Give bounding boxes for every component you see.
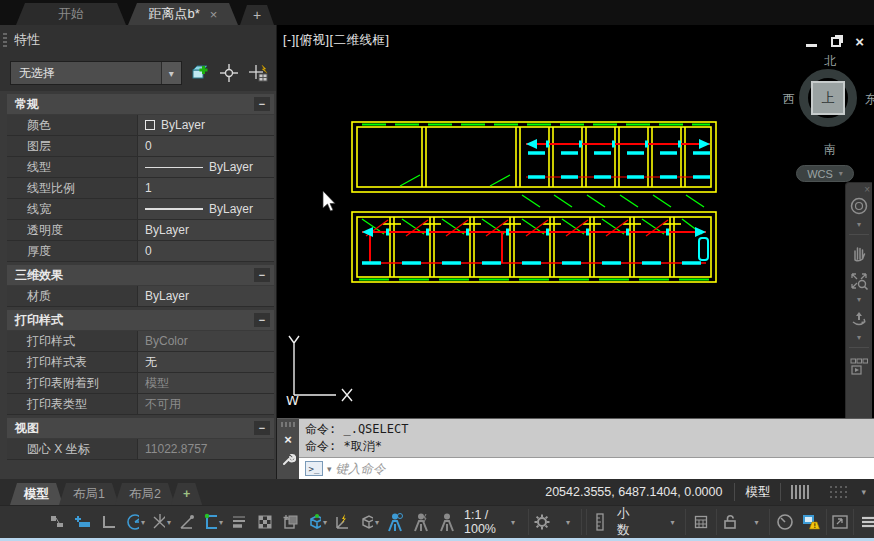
coordinates-display[interactable]: 20542.3555, 6487.1404, 0.0000 [533,485,734,499]
tab-model[interactable]: 模型 [10,483,63,505]
selection-dropdown[interactable]: 无选择 ▾ [10,61,182,85]
pick-point-icon[interactable] [219,62,240,84]
viewcube-west[interactable]: 西 [783,91,795,108]
viewcube-north[interactable]: 北 [824,53,836,70]
close-tab-icon[interactable]: × [210,7,218,22]
zoom-icon[interactable] [847,268,871,294]
isometric-drafting-icon[interactable]: ▾ [148,509,174,535]
palette-grip[interactable] [3,33,7,47]
transparency-icon[interactable] [252,509,278,535]
snap-grid-icon[interactable] [819,479,859,505]
object-snap-icon[interactable]: ▾ [200,509,226,535]
collapse-section-icon[interactable]: − [254,97,270,111]
collapse-section-icon[interactable]: − [254,268,270,282]
property-value[interactable]: 0 [138,241,274,261]
chevron-down-icon[interactable]: ▾ [743,509,769,535]
close-icon[interactable]: × [284,433,292,446]
new-tab-button[interactable]: + [240,5,274,25]
steering-wheel-icon[interactable] [847,193,871,219]
show-motion-icon[interactable] [847,353,871,379]
chevron-down-icon[interactable]: ▾ [327,464,332,474]
wrench-icon[interactable] [281,452,296,470]
minimize-icon[interactable] [806,44,817,47]
property-value[interactable]: 无 [138,352,274,372]
graphics-performance-icon[interactable] [772,509,798,535]
close-icon[interactable]: × [855,34,864,49]
viewcube-south[interactable]: 南 [824,141,836,158]
ui-lock-icon[interactable] [717,509,743,535]
hardware-acceleration-icon[interactable]: ! [798,509,824,535]
chevron-down-icon[interactable]: ▾ [500,509,526,535]
model-space-toggle[interactable]: 模型 [735,484,780,501]
annotation-visibility-icon[interactable] [382,509,408,535]
property-value[interactable]: ByLayer [138,199,274,219]
property-value[interactable]: 1 [138,178,274,198]
selection-filter-icon[interactable]: ▾ [356,509,382,535]
tab-layout1[interactable]: 布局1 [59,483,119,505]
command-prompt-icon[interactable]: >_ [305,461,323,476]
command-input[interactable] [336,462,874,476]
add-layout-button[interactable]: + [171,483,202,505]
dynamic-ucs-icon[interactable] [330,509,356,535]
property-value[interactable]: ByLayer [138,220,274,240]
viewcube[interactable]: 上 北 南 西 东 [789,55,871,165]
property-value[interactable]: 0 [138,136,274,156]
property-value[interactable]: ByLayer [138,286,274,306]
close-icon[interactable]: × [864,184,870,195]
quick-select-new-icon[interactable] [190,62,211,84]
selection-cycling-icon[interactable] [278,509,304,535]
chevron-down-icon[interactable]: ▾ [857,334,861,342]
restore-icon[interactable] [831,37,841,47]
collapse-section-icon[interactable]: − [254,421,270,435]
drawing-canvas[interactable]: [-][俯视][二维线框] × 上 北 南 西 东 WCS ▾ × ▾ ▾ ▾ [277,25,874,479]
pan-hand-icon[interactable] [847,240,871,266]
chevron-down-icon[interactable]: ▾ [857,221,861,229]
collapse-section-icon[interactable]: − [254,313,270,327]
chevron-down-icon[interactable]: ▾ [167,518,171,527]
palette-title-bar[interactable]: 特性 [0,25,276,55]
customization-menu-icon[interactable] [856,509,874,535]
chevron-down-icon[interactable]: ▾ [857,296,861,304]
section-header-plotstyle[interactable]: 打印样式 − [7,310,274,330]
section-header-general[interactable]: 常规 − [7,94,274,114]
file-tab-drawing[interactable]: 距离点b* × [128,3,238,25]
section-header-3d[interactable]: 三维效果 − [7,265,274,285]
annotation-scale-icon[interactable] [434,509,460,535]
grid-display-icon[interactable] [781,479,819,505]
snap-mode-icon[interactable] [44,509,70,535]
object-snap-tracking-icon[interactable] [174,509,200,535]
chevron-down-icon[interactable]: ▾ [375,518,379,527]
polar-tracking-icon[interactable]: ▾ [122,509,148,535]
property-value[interactable]: ByLayer [138,157,274,177]
units-ruler-icon[interactable] [587,509,613,535]
command-dock-titlebar[interactable]: × [277,419,299,479]
workspace-gear-icon[interactable] [529,509,555,535]
drag-grip-icon[interactable] [281,422,295,427]
quick-select-icon[interactable] [248,62,270,84]
tab-layout2[interactable]: 布局2 [115,483,175,505]
chevron-down-icon[interactable]: ▾ [323,518,327,527]
viewport-controls-label[interactable]: [-][俯视][二维线框] [283,32,390,49]
viewcube-east[interactable]: 东 [865,91,874,108]
annotation-scale-value[interactable]: 1:1 / 100% [460,508,500,536]
chevron-down-icon[interactable]: ▾ [219,518,223,527]
orbit-icon[interactable] [847,306,871,332]
chevron-down-icon[interactable]: ▾ [659,509,685,535]
quick-calc-icon[interactable] [688,509,714,535]
clean-screen-icon[interactable] [827,509,853,535]
units-value[interactable]: 小数 [613,505,634,539]
chevron-down-icon[interactable]: ▾ [555,509,581,535]
file-tab-start[interactable]: 开始 [16,3,126,25]
wcs-dropdown[interactable]: WCS ▾ [796,165,854,182]
auto-annotation-scale-icon[interactable] [408,509,434,535]
section-header-view[interactable]: 视图 − [7,418,274,438]
ortho-mode-icon[interactable] [96,509,122,535]
property-value[interactable]: ByLayer [138,115,274,135]
3d-object-snap-icon[interactable]: ▾ [304,509,330,535]
chevron-down-icon[interactable]: ▾ [859,487,874,497]
viewcube-top-face[interactable]: 上 [811,81,845,115]
grid-snap-icon[interactable] [70,509,96,535]
chevron-down-icon[interactable]: ▾ [161,62,181,84]
lineweight-icon[interactable] [226,509,252,535]
chevron-down-icon[interactable]: ▾ [141,518,145,527]
